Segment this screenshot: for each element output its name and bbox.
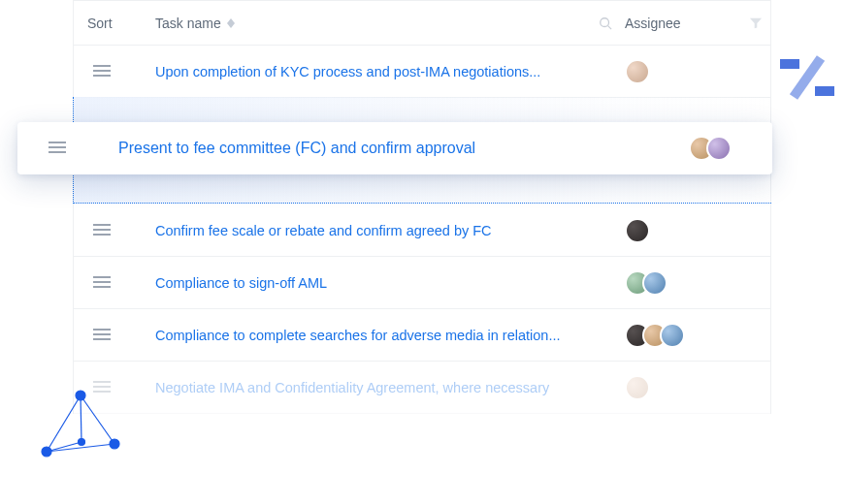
drag-handle[interactable] [74, 64, 155, 79]
decorative-network-icon [37, 384, 124, 465]
svg-line-24 [81, 395, 114, 444]
drag-handle-icon [49, 140, 66, 157]
task-title[interactable]: Compliance to complete searches for adve… [155, 328, 625, 343]
column-assignee-label[interactable]: Assignee [625, 16, 741, 31]
table-row[interactable]: Compliance to complete searches for adve… [74, 309, 770, 362]
assignee-avatars[interactable] [625, 323, 770, 348]
drag-handle-icon [93, 223, 111, 238]
avatar[interactable] [625, 375, 650, 400]
table-row[interactable]: Upon completion of KYC process and post-… [74, 46, 770, 98]
assignee-avatars[interactable] [685, 136, 772, 161]
avatar[interactable] [706, 136, 732, 161]
task-title[interactable]: Negotiate IMA and Confidentiality Agreem… [155, 380, 625, 395]
table-header: Sort Task name Assignee [74, 1, 770, 46]
svg-point-31 [79, 439, 85, 446]
avatar[interactable] [625, 59, 650, 84]
assignee-avatars[interactable] [625, 218, 770, 243]
avatar[interactable] [625, 218, 650, 243]
drag-handle-icon [93, 328, 111, 343]
avatar[interactable] [642, 270, 667, 296]
drag-handle-icon [93, 275, 111, 291]
assignee-avatars[interactable] [625, 270, 770, 296]
column-sort-label[interactable]: Sort [74, 16, 155, 31]
drag-handle[interactable] [17, 140, 118, 157]
sort-arrows-icon[interactable] [227, 18, 235, 28]
svg-point-29 [76, 391, 85, 400]
decorative-slash-icon [776, 47, 838, 112]
drag-handle[interactable] [74, 223, 155, 238]
svg-line-1 [608, 25, 612, 29]
filter-icon[interactable] [741, 16, 770, 30]
avatar[interactable] [660, 323, 685, 348]
assignee-avatars[interactable] [625, 375, 770, 400]
svg-point-28 [42, 447, 51, 457]
task-title[interactable]: Confirm fee scale or rebate and confirm … [155, 223, 625, 238]
dragging-row[interactable]: Present to fee committee (FC) and confir… [17, 122, 772, 174]
assignee-avatars[interactable] [625, 59, 770, 84]
svg-point-30 [110, 439, 119, 449]
table-row[interactable]: Confirm fee scale or rebate and confirm … [74, 205, 770, 257]
task-title[interactable]: Upon completion of KYC process and post-… [155, 64, 625, 79]
drag-handle-icon [93, 64, 111, 79]
task-title[interactable]: Compliance to sign-off AML [155, 275, 625, 291]
table-row[interactable]: Compliance to sign-off AML [74, 257, 770, 309]
table-row[interactable]: Negotiate IMA and Confidentiality Agreem… [74, 362, 770, 414]
svg-line-26 [81, 395, 81, 442]
drag-handle[interactable] [74, 328, 155, 343]
column-taskname-label: Task name [155, 16, 221, 31]
svg-point-0 [601, 17, 609, 26]
column-taskname[interactable]: Task name [155, 16, 586, 31]
page-root: Sort Task name Assignee Upon completion … [0, 0, 846, 504]
task-title[interactable]: Present to fee committee (FC) and confir… [118, 140, 685, 157]
task-table: Sort Task name Assignee Upon completion … [73, 0, 771, 414]
drag-handle[interactable] [74, 275, 155, 291]
search-icon[interactable] [586, 16, 625, 30]
